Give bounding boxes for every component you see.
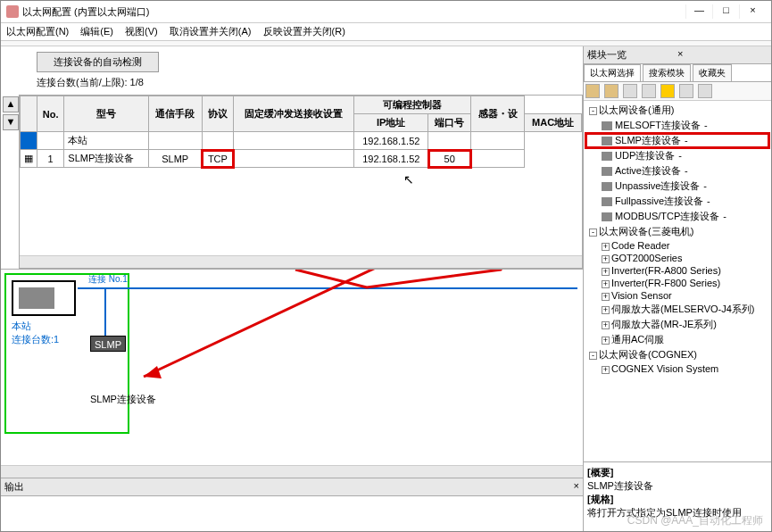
expand-icon[interactable]: + [602,243,610,251]
menu-view[interactable]: 视图(V) [125,26,158,37]
minimize-button[interactable]: — [685,4,712,19]
tree-node[interactable]: +GOT2000Series [585,252,769,264]
cell-mac[interactable] [471,150,525,168]
tree-node[interactable]: -以太网设备(COGNEX) [585,347,769,362]
cell-comm[interactable] [148,132,202,150]
th-model: 型号 [64,96,148,132]
toolbar-icon[interactable] [698,84,712,98]
cell-no[interactable] [37,132,64,150]
cell-mac[interactable] [471,132,525,150]
table-row[interactable]: 本站 192.168.1.52 [21,132,582,150]
tree-label: Unpassive连接设备 [615,180,700,191]
modules-title: 模块一览 [587,48,674,62]
tab-select[interactable]: 以太网选择 [584,64,641,81]
cell-fixed[interactable] [234,150,354,168]
station-icon[interactable] [12,280,76,316]
cell-model[interactable]: 本站 [64,132,148,150]
cell-port[interactable]: 50 [428,150,471,168]
expand-icon[interactable]: + [602,306,610,314]
tree-node[interactable]: +通用AC伺服 [585,332,769,347]
scrollbar-h[interactable] [20,255,582,268]
tree-label: UDP连接设备 [615,150,675,161]
station-label: 本站 连接台数:1 [12,320,59,346]
cell-fixed[interactable] [234,132,354,150]
device-icon [602,197,612,206]
cell-proto[interactable] [202,132,233,150]
cell-ip[interactable]: 192.168.1.52 [354,132,428,150]
tree-label: 伺服放大器(MELSERVO-J4系列) [611,303,755,314]
th-no: No. [37,96,64,132]
tab-fav[interactable]: 收藏夹 [693,64,732,81]
move-up-button[interactable]: ▲ [3,96,19,112]
toolbar-icon[interactable] [604,84,618,98]
expand-icon[interactable]: + [602,321,610,329]
menu-config[interactable]: 以太网配置(N) [6,26,69,37]
dash: - [707,195,710,206]
expand-icon[interactable]: + [602,255,610,263]
tree-label: 以太网设备(通用) [599,104,674,115]
toolbar-icon[interactable] [623,84,637,98]
module-tree[interactable]: -以太网设备(通用)MELSOFT连接设备-SLMP连接设备-UDP连接设备-A… [584,101,771,461]
svg-marker-0 [144,366,162,378]
cell-comm[interactable]: SLMP [148,150,202,168]
dash: - [678,150,682,161]
th-port: 端口号 [428,114,471,132]
output-close[interactable]: × [574,480,579,494]
tree-node[interactable]: +Vision Sensor [585,289,769,302]
cell-ip[interactable]: 192.168.1.52 [354,150,428,168]
tree-node[interactable]: MODBUS/TCP连接设备- [585,209,769,224]
toolbar-icon[interactable] [679,84,693,98]
close-button[interactable]: × [739,4,766,19]
toolbar-icon[interactable] [585,84,600,98]
tree-node[interactable]: +COGNEX Vision System [585,362,769,375]
modules-close[interactable]: × [674,48,768,62]
scrollbar-h[interactable] [1,465,583,478]
tree-node[interactable]: Active连接设备- [585,163,769,179]
expand-icon[interactable]: + [602,268,610,276]
cell-model[interactable]: SLMP连接设备 [64,150,148,168]
tree-node[interactable]: +Inverter(FR-A800 Series) [585,264,769,277]
cell-no[interactable]: 1 [37,150,64,168]
menu-edit[interactable]: 编辑(E) [80,26,113,37]
toolbar-icon[interactable] [642,84,656,98]
tab-search[interactable]: 搜索模块 [643,64,691,81]
tree-node[interactable]: -以太网设备(三菱电机) [585,224,769,239]
tree-node[interactable]: +Code Reader [585,239,769,252]
expand-icon[interactable]: - [589,352,597,360]
th-sensor: 感器・设 [471,96,525,132]
tree-node[interactable]: +伺服放大器(MELSERVO-J4系列) [585,302,769,317]
tree-toolbar [584,82,771,101]
tree-node[interactable]: SLMP连接设备- [585,133,769,148]
tree-node[interactable]: UDP连接设备- [585,148,769,163]
tree-node[interactable]: -以太网设备(通用) [585,103,769,118]
expand-icon[interactable]: - [589,229,597,237]
auto-detect-button[interactable]: 连接设备的自动检测 [37,52,159,72]
expand-icon[interactable]: - [589,107,597,115]
cell-port[interactable] [428,132,471,150]
cell-proto[interactable]: TCP [202,150,233,168]
device-table[interactable]: No. 型号 通信手段 协议 固定缓冲发送接收设置 可编程控制器 感器・设 IP… [19,95,583,269]
expand-icon[interactable]: + [602,337,610,345]
maximize-button[interactable]: □ [712,4,739,19]
slmp-device-icon[interactable]: SLMP [90,336,126,352]
summary-label: [概要] [587,467,613,478]
tree-node[interactable]: +Inverter(FR-F800 Series) [585,277,769,289]
row-indicator [21,132,37,150]
tree-node[interactable]: Fullpassive连接设备- [585,194,769,209]
expand-icon[interactable]: + [602,366,610,374]
expand-icon[interactable]: + [602,293,610,301]
menu-cancel-close[interactable]: 取消设置并关闭(A) [170,26,252,37]
expand-icon[interactable]: + [602,280,610,288]
tree-node[interactable]: Unpassive连接设备- [585,179,769,194]
table-row[interactable]: ▦ 1 SLMP连接设备 SLMP TCP 192.168.1.52 50 [21,150,582,168]
tree-label: Vision Sensor [611,290,672,301]
star-icon[interactable] [660,84,675,98]
top-section: 连接设备的自动检测 连接台数(当前/上限): 1/8 [1,46,583,95]
move-down-button[interactable]: ▼ [3,114,19,130]
device-icon [602,121,612,130]
tree-node[interactable]: +伺服放大器(MR-JE系列) [585,317,769,332]
dash: - [685,165,688,176]
tree-node[interactable]: MELSOFT连接设备- [585,118,769,133]
th-fixed: 固定缓冲发送接收设置 [234,96,354,132]
menu-apply-close[interactable]: 反映设置并关闭(R) [263,26,345,37]
